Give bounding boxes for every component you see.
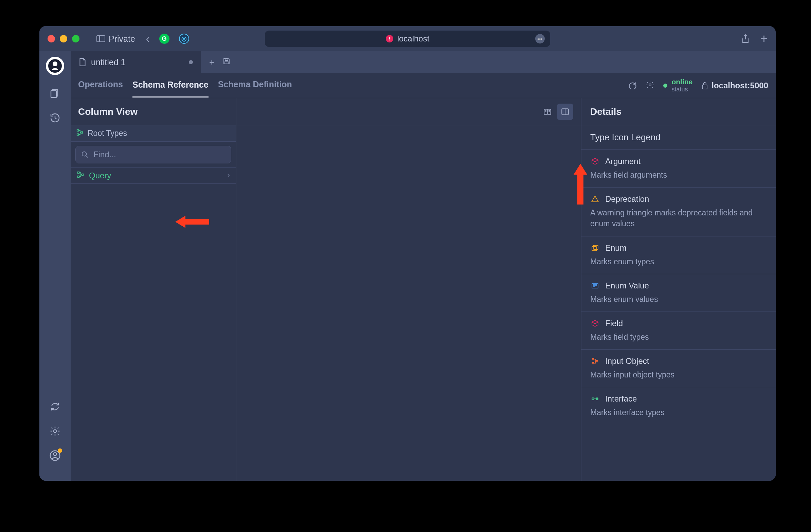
url-bar[interactable]: ! localhost •••: [265, 31, 550, 47]
column-view-button[interactable]: [557, 104, 573, 120]
legend-name: Argument: [605, 157, 641, 166]
app-rail: [40, 51, 71, 481]
legend-name: Enum: [605, 243, 627, 253]
details-legend-title: Type Icon Legend: [581, 125, 776, 150]
file-tab-name: untitled 1: [91, 57, 125, 67]
close-window-button[interactable]: [48, 35, 55, 43]
book-view-button[interactable]: [539, 104, 556, 120]
browser-window: Private ‹ G ◎ ! localhost ••• +: [40, 26, 776, 481]
legend-desc: A warning triangle marks deprecated fiel…: [590, 207, 767, 229]
titlebar-right: +: [741, 32, 767, 46]
search-field[interactable]: [93, 150, 226, 159]
details-header: Details: [581, 98, 776, 125]
site-favicon-icon: !: [386, 35, 393, 43]
app-logo-icon[interactable]: [46, 57, 64, 75]
legend-name: Input Object: [605, 356, 649, 366]
window-controls: [48, 35, 79, 43]
maximize-window-button[interactable]: [72, 35, 79, 43]
legend-desc: Marks field arguments: [590, 169, 767, 180]
tab-actions: +: [201, 51, 231, 73]
status-sub-label: status: [671, 86, 692, 93]
svg-rect-9: [77, 134, 79, 135]
chevron-right-icon: ›: [228, 171, 230, 180]
svg-rect-20: [592, 363, 594, 364]
column-view-panel: Column View Root Types: [71, 98, 236, 481]
enum-value-icon: [590, 281, 600, 290]
account-icon[interactable]: [49, 450, 61, 462]
svg-rect-7: [702, 85, 707, 89]
column-view-title: Column View: [78, 106, 138, 117]
legend-desc: Marks interface types: [590, 407, 767, 418]
secondary-tabs-right: online status localhost:5000: [628, 78, 768, 93]
legend-desc: Marks field types: [590, 332, 767, 343]
minimize-window-button[interactable]: [60, 35, 67, 43]
svg-rect-12: [78, 172, 79, 173]
svg-rect-14: [82, 174, 83, 176]
browser-titlebar: Private ‹ G ◎ ! localhost ••• +: [40, 26, 776, 51]
column-view-header-right: [236, 98, 581, 125]
legend-item-deprecation: Deprecation A warning triangle marks dep…: [581, 187, 776, 236]
back-button[interactable]: ‹: [146, 32, 150, 45]
search-icon: [81, 151, 89, 158]
sync-icon[interactable]: [49, 400, 61, 413]
input-object-icon: [590, 356, 600, 366]
root-types-icon: [76, 129, 83, 138]
legend-name: Deprecation: [605, 194, 649, 204]
svg-rect-13: [78, 176, 79, 178]
legend-item-input-object: Input Object Marks input object types: [581, 350, 776, 387]
share-icon[interactable]: [741, 34, 750, 44]
deprecation-icon: [590, 194, 600, 204]
unlock-icon: [701, 81, 708, 90]
sidebar-toggle-icon: [96, 35, 105, 42]
legend-item-enum: Enum Marks enum types: [581, 237, 776, 274]
svg-rect-17: [593, 245, 598, 249]
app-main: untitled 1 + Operations Schema Reference…: [71, 51, 776, 481]
tab-schema-definition[interactable]: Schema Definition: [218, 79, 292, 91]
view-mode-toggles: [539, 104, 573, 120]
documents-icon[interactable]: [49, 87, 61, 100]
file-tab[interactable]: untitled 1: [71, 51, 201, 73]
url-more-button[interactable]: •••: [535, 34, 545, 44]
svg-point-23: [596, 398, 598, 400]
settings-gear-icon[interactable]: [646, 80, 655, 91]
search-input[interactable]: [75, 146, 231, 163]
history-icon[interactable]: [49, 112, 61, 124]
svg-point-5: [53, 453, 56, 456]
private-mode-indicator[interactable]: Private: [96, 34, 135, 44]
legend-name: Enum Value: [605, 281, 649, 290]
column-view-middle: [236, 98, 581, 481]
endpoint-display[interactable]: localhost:5000: [701, 81, 768, 90]
save-icon[interactable]: [223, 57, 231, 67]
legend-desc: Marks enum values: [590, 294, 767, 305]
secondary-tabs: Operations Schema Reference Schema Defin…: [71, 73, 776, 98]
legend-item-argument: Argument Marks field arguments: [581, 150, 776, 187]
svg-rect-2: [51, 91, 56, 97]
tab-strip: untitled 1 +: [71, 51, 776, 73]
connection-status[interactable]: online status: [663, 78, 692, 93]
reload-schema-button[interactable]: [628, 80, 637, 91]
settings-icon[interactable]: [49, 425, 61, 437]
onepassword-extension-icon[interactable]: ◎: [179, 34, 189, 44]
details-panel: Details Type Icon Legend Argument Marks …: [581, 98, 776, 481]
type-row-query[interactable]: Query ›: [71, 167, 236, 184]
endpoint-label: localhost:5000: [711, 81, 768, 90]
svg-point-22: [592, 398, 594, 400]
field-icon: [590, 319, 600, 328]
grammarly-extension-icon[interactable]: G: [159, 34, 169, 44]
new-tab-button[interactable]: +: [760, 32, 767, 46]
tab-schema-reference[interactable]: Schema Reference: [133, 80, 209, 97]
type-icon: [77, 171, 84, 180]
status-dot-icon: [663, 83, 667, 88]
status-online-label: online: [671, 78, 692, 86]
content-row: Column View Root Types: [71, 98, 776, 481]
app-body: untitled 1 + Operations Schema Reference…: [40, 51, 776, 481]
svg-rect-19: [592, 359, 594, 360]
root-types-bar[interactable]: Root Types: [71, 125, 236, 142]
tab-operations[interactable]: Operations: [78, 79, 123, 91]
legend-desc: Marks input object types: [590, 369, 767, 380]
new-file-tab-button[interactable]: +: [209, 57, 214, 67]
url-host: localhost: [397, 34, 430, 44]
svg-point-11: [82, 152, 87, 156]
search-wrap: [71, 142, 236, 167]
interface-icon: [590, 394, 600, 404]
